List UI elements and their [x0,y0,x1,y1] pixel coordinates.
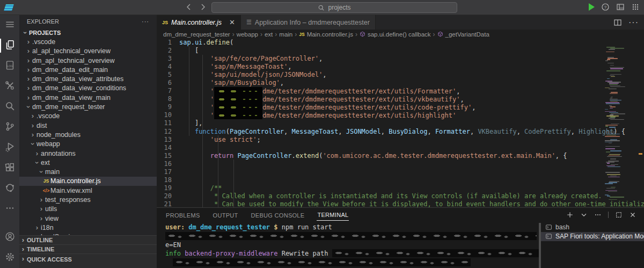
timeline-section[interactable]: › TIMELINE [19,244,157,253]
line-number[interactable]: 17 [157,168,179,176]
code-line-1[interactable]: 1sap.ui.define( [157,39,644,47]
forward-arrow-icon[interactable] [199,3,207,11]
activity-item-tools[interactable] [0,76,19,97]
tree-item-main[interactable]: ›main [19,167,157,176]
code-line-15[interactable]: 15 return PageController.extend('com.umi… [157,152,644,160]
activity-item-menu[interactable] [0,15,19,35]
layout-icon[interactable] [616,3,625,11]
tree-item-webapp[interactable]: ›webapp [19,140,157,149]
activity-item-run-configurations[interactable] [0,137,19,158]
run-play-icon[interactable] [589,3,595,11]
close-icon[interactable]: ✕ [229,18,235,26]
breadcrumb-item-webapp[interactable]: webapp [237,31,258,38]
activity-item-more[interactable] [0,199,19,219]
line-number[interactable]: 13 [157,136,179,144]
line-number[interactable]: 4 [157,63,179,71]
code-line-4[interactable]: 4 'sap/m/MessageToast', [157,63,644,71]
tree-item-utils[interactable]: ›utils [19,205,157,214]
tree-item-vscode[interactable]: ›.vscode [19,37,157,46]
code-line-18[interactable]: 18 [157,176,644,184]
tree-item-vscode[interactable]: ›.vscode [19,112,157,121]
code-line-7[interactable]: 7 'dme/tester/dmdmerequesttester/ext/uti… [157,87,644,95]
line-number[interactable]: 18 [157,176,179,184]
code-editor[interactable]: 1sap.ui.define(2 [3 'sap/fe/core/PageCon… [157,39,644,207]
tab-main-controller-js[interactable]: JS Main.controller.js ✕ [157,15,241,30]
code-line-16[interactable]: 16 [157,160,644,168]
line-number[interactable]: 6 [157,79,179,87]
breadcrumb-item-getvariantdata[interactable]: _getVariantData [437,31,489,38]
line-number[interactable]: 10 [157,111,179,119]
tree-item-i18n[interactable]: ›i18n [19,223,157,232]
activity-item-search[interactable] [0,97,19,117]
tree-item-dm-apl-technical-overview[interactable]: ›dm_apl_technical_overview [19,56,157,65]
minimap[interactable] [604,46,626,202]
activity-item-explorer[interactable] [0,35,19,56]
tree-item-main-controller-js[interactable]: JSMain.controller.js [19,177,157,186]
code-line-14[interactable]: 14 [157,144,644,152]
line-number[interactable]: 3 [157,55,179,63]
code-line-2[interactable]: 2 [ [157,47,644,55]
panel-tab-debug-console[interactable]: DEBUG CONSOLE [251,209,305,221]
code-line-21[interactable]: 21 * Can be used to modify the View befo… [157,200,644,207]
code-line-5[interactable]: 5 'sap/ui/model/json/JSONModel', [157,71,644,79]
outline-section[interactable]: › OUTLINE [19,235,157,244]
tree-item-al-apl-technical-overview[interactable]: ›al_apl_technical_overview [19,47,157,56]
code-line-13[interactable]: 13 'use strict'; [157,136,644,144]
more-actions-icon[interactable] [594,211,602,219]
tree-item-projects[interactable]: ›PROJECTS [19,28,157,37]
line-number[interactable]: 5 [157,71,179,79]
breadcrumb-item-main-controller-js[interactable]: JSMain.controller.js [299,31,353,38]
tree-item-dm-dme-request-tester[interactable]: ›dm_dme_request_tester [19,102,157,111]
tree-item-ext[interactable]: ›ext [19,158,157,167]
tree-item-node-modules[interactable]: ›node_modules [19,130,157,139]
terminal-output[interactable]: user: dm_dme_request_tester $ npm run st… [157,222,541,268]
line-number[interactable]: 14 [157,144,179,152]
activity-item-account[interactable] [0,227,19,248]
line-number[interactable]: 19 [157,184,179,192]
activity-item-settings[interactable] [0,248,19,268]
code-line-9[interactable]: 9 'dme/tester/dmdmerequesttester/ext/uti… [157,103,644,111]
activity-item-extensions[interactable] [0,158,19,178]
tree-item-dm-dme-data-view-conditions[interactable]: ›dm_dme_data_view_conditions [19,84,157,93]
line-number[interactable]: 15 [157,152,179,160]
tree-item-dist[interactable]: ›dist [19,121,157,130]
new-terminal-icon[interactable] [566,211,574,219]
code-line-12[interactable]: 12 function(PageController, MessageToast… [157,128,644,136]
breadcrumb-item-main[interactable]: main [279,31,292,38]
code-line-8[interactable]: 8 'dme/tester/dmdmerequesttester/ext/uti… [157,95,644,103]
help-icon[interactable]: ? [601,3,610,11]
breadcrumb-item-sap-ui-define-callback[interactable]: sap.ui.define() callback [360,31,431,38]
terminal-list-item-sap-fiori-tools-application-mode[interactable]: SAP Fiori tools: Application Mode... [541,232,644,242]
maximize-panel-icon[interactable] [615,211,623,219]
line-number[interactable]: 1 [157,39,179,47]
grid-menu-icon[interactable] [631,3,640,11]
command-search-box[interactable]: projects [211,2,457,13]
panel-tab-problems[interactable]: PROBLEMS [165,209,201,221]
sidebar-more-icon[interactable]: ··· [142,18,149,25]
tree-item-main-view-xml[interactable]: </>Main.view.xml [19,186,157,195]
code-line-10[interactable]: 10 'dme/tester/dmdmerequesttester/ext/ut… [157,111,644,119]
code-line-20[interactable]: 20 * Called when a controller is instant… [157,192,644,200]
code-line-17[interactable]: 17 [157,168,644,176]
app-logo-icon[interactable] [4,4,14,11]
code-line-6[interactable]: 6 'sap/m/BusyDialog', [157,79,644,87]
tree-item-dm-dme-data-view-attributes[interactable]: ›dm_dme_data_view_attributes [19,74,157,83]
tree-item-dm-dme-data-edit-main[interactable]: ›dm_dme_data_edit_main [19,65,157,74]
tree-item-view[interactable]: ›view [19,214,157,223]
terminal-list-item-bash[interactable]: bash [541,222,644,232]
close-panel-icon[interactable] [629,211,636,219]
line-number[interactable]: 9 [157,103,179,111]
quick-access-section[interactable]: › QUICK ACCESS [19,253,157,268]
line-number[interactable]: 2 [157,47,179,55]
tree-item-test-responses[interactable]: ›test_responses [19,195,157,204]
more-actions-icon[interactable]: ··· [628,18,639,27]
line-number[interactable]: 8 [157,95,179,103]
breadcrumb-item-ext[interactable]: ext [265,31,273,38]
breadcrumb-item-dm-dme-request-tester[interactable]: dm_dme_request_tester [163,31,230,38]
panel-tab-terminal[interactable]: TERMINAL [317,209,349,221]
line-number[interactable]: 21 [157,200,179,207]
tree-item-dm-dme-data-view-main[interactable]: ›dm_dme_data_view_main [19,93,157,102]
line-number[interactable]: 20 [157,192,179,200]
activity-item-source-control[interactable] [0,117,19,137]
code-line-19[interactable]: 19 /** [157,184,644,192]
